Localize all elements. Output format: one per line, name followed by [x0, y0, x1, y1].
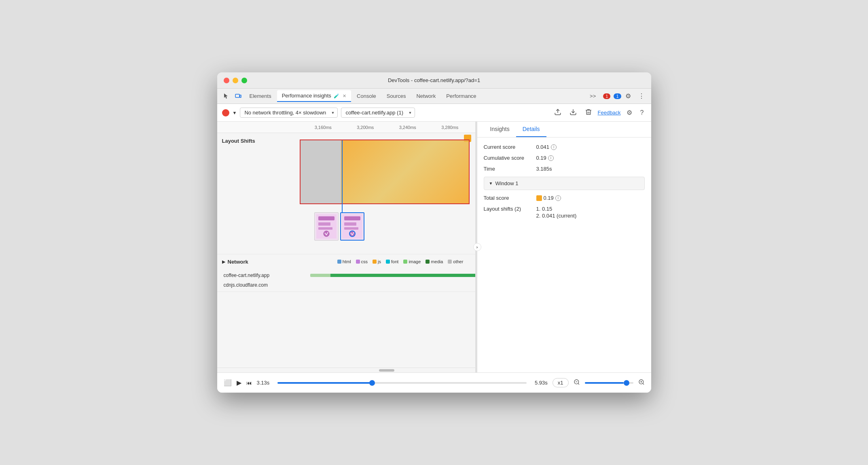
time-row: Time 3.185s	[484, 166, 645, 172]
entry-label-2: cdnjs.cloudflare.com	[217, 282, 298, 288]
window1-section-header[interactable]: ▼ Window 1	[484, 177, 645, 190]
timeline-rows: Layout Shifts	[217, 133, 475, 368]
time-label: Time	[484, 166, 536, 172]
skip-back-button[interactable]: ⏮	[246, 380, 252, 386]
title-bar: DevTools - coffee-cart.netlify.app/?ad=1	[217, 72, 651, 89]
speed-button[interactable]: x1	[553, 378, 569, 387]
total-score-info-icon[interactable]: i	[555, 195, 561, 201]
feedback-button[interactable]: Feedback	[598, 110, 621, 116]
tick-4: 3,280ms	[441, 125, 458, 130]
image-color-dot	[403, 260, 407, 264]
section-expand-icon: ▼	[489, 181, 493, 186]
network-entry-2[interactable]: cdnjs.cloudflare.com	[217, 280, 475, 290]
download-icon[interactable]	[567, 108, 579, 118]
layout-shifts-detail-label: Layout shifts (2)	[484, 206, 536, 212]
resize-handle[interactable]: ›	[476, 122, 477, 372]
cursor-icon[interactable]	[220, 91, 232, 101]
more-options-icon[interactable]: ⋮	[635, 91, 648, 101]
zoom-in-icon[interactable]	[638, 379, 645, 387]
scrollbar-thumb[interactable]	[379, 369, 394, 372]
cumulative-score-label: Cumulative score	[484, 155, 536, 161]
tab-elements[interactable]: Elements	[245, 91, 276, 101]
maximize-button[interactable]	[241, 78, 247, 83]
svg-line-18	[643, 383, 644, 385]
svg-rect-12	[344, 227, 358, 230]
svg-point-8	[324, 231, 329, 237]
tab-network[interactable]: Network	[411, 91, 440, 101]
tab-console[interactable]: Console	[352, 91, 381, 101]
horizontal-scrollbar[interactable]	[217, 368, 475, 372]
svg-rect-11	[344, 222, 356, 226]
seek-bar[interactable]	[277, 382, 527, 384]
network-entries: coffee-cart.netlify.app cdnjs.cloudflare…	[217, 269, 475, 292]
main-content: 3,160ms 3,200ms 3,240ms 3,280ms Layout S…	[217, 122, 651, 372]
current-score-value: 0.041 i	[536, 144, 557, 150]
thumbnail-after[interactable]	[340, 212, 364, 241]
tab-performance[interactable]: Performance	[441, 91, 481, 101]
layout-shifts-content[interactable]	[298, 133, 475, 254]
record-button[interactable]	[222, 109, 229, 116]
tab-sources[interactable]: Sources	[382, 91, 411, 101]
legend-css-label: css	[361, 259, 368, 264]
play-button[interactable]: ▶	[237, 379, 241, 387]
entry-bar-2	[298, 283, 475, 287]
zoom-bar[interactable]	[585, 382, 633, 384]
origin-select[interactable]: coffee-cart.netlify.app (1)	[341, 108, 415, 118]
legend-media-label: media	[431, 259, 443, 264]
throttle-select[interactable]: No network throttling, 4× slowdown	[240, 108, 338, 118]
current-score-info-icon[interactable]: i	[551, 144, 557, 150]
seek-bar-fill	[277, 382, 372, 384]
window1-label: Window 1	[495, 180, 518, 186]
seek-thumb[interactable]	[369, 380, 375, 386]
start-time-label: 3.13s	[257, 380, 270, 386]
svg-rect-7	[318, 227, 332, 230]
network-entry-1[interactable]: coffee-cart.netlify.app	[217, 271, 475, 280]
network-header[interactable]: ▶ Network html css	[217, 254, 475, 269]
toolbar: ▼ No network throttling, 4× slowdown cof…	[217, 104, 651, 122]
info-badge[interactable]: 1	[614, 93, 621, 99]
time-value: 3.185s	[536, 166, 552, 172]
delete-icon[interactable]	[582, 108, 595, 118]
svg-rect-6	[318, 222, 330, 226]
more-tabs-button[interactable]: >>	[586, 91, 599, 101]
shift-orange-area	[341, 140, 469, 203]
details-tab[interactable]: Details	[516, 122, 546, 137]
devtools-window: DevTools - coffee-cart.netlify.app/?ad=1…	[217, 72, 651, 393]
help-icon[interactable]: ?	[638, 108, 646, 117]
end-time-label: 5.93s	[535, 380, 548, 386]
network-expand-icon[interactable]: ▶	[222, 259, 225, 264]
traffic-lights	[224, 78, 247, 83]
legend-js: js	[373, 259, 381, 264]
entry-bar-1	[298, 273, 475, 278]
layout-shift-2-value: 2. 0.041 (current)	[536, 213, 577, 219]
network-label: Network	[228, 259, 248, 265]
tab-performance-insights[interactable]: Performance insights 🧪 ✕	[277, 90, 351, 102]
collapse-panel-button[interactable]: ›	[473, 243, 481, 251]
film-icon[interactable]: ⬜	[224, 379, 232, 387]
settings-icon[interactable]: ⚙	[624, 108, 635, 117]
zoom-out-icon[interactable]	[574, 379, 580, 387]
svg-point-13	[349, 231, 355, 237]
left-panel: 3,160ms 3,200ms 3,240ms 3,280ms Layout S…	[217, 122, 476, 372]
device-toggle-icon[interactable]	[233, 91, 244, 101]
settings-gear-icon[interactable]: ⚙	[622, 91, 634, 101]
thumbnail-strip	[314, 212, 364, 241]
thumbnail-before[interactable]	[314, 212, 339, 241]
zoom-thumb[interactable]	[624, 380, 629, 386]
tick-2: 3,200ms	[357, 125, 374, 130]
close-button[interactable]	[224, 78, 229, 83]
right-panel-content: Current score 0.041 i Cumulative score 0…	[477, 137, 651, 372]
record-dropdown[interactable]: ▼	[233, 110, 237, 115]
minimize-button[interactable]	[233, 78, 238, 83]
upload-icon[interactable]	[552, 108, 564, 118]
tab-close-icon[interactable]: ✕	[343, 93, 346, 98]
legend-image: image	[403, 259, 421, 264]
zoom-bar-fill	[585, 382, 624, 384]
legend-js-label: js	[378, 259, 381, 264]
entry-label-1: coffee-cart.netlify.app	[217, 273, 298, 278]
error-badge[interactable]: 1	[603, 93, 610, 99]
cumulative-score-info-icon[interactable]: i	[548, 155, 554, 161]
legend-font-label: font	[391, 259, 398, 264]
insights-tab[interactable]: Insights	[484, 122, 516, 137]
right-panel: Insights Details Current score 0.041 i	[477, 122, 651, 372]
